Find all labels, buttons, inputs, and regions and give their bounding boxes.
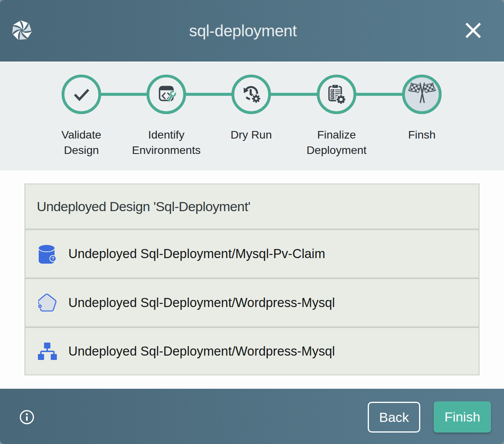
svg-text:?: ?	[51, 256, 54, 261]
